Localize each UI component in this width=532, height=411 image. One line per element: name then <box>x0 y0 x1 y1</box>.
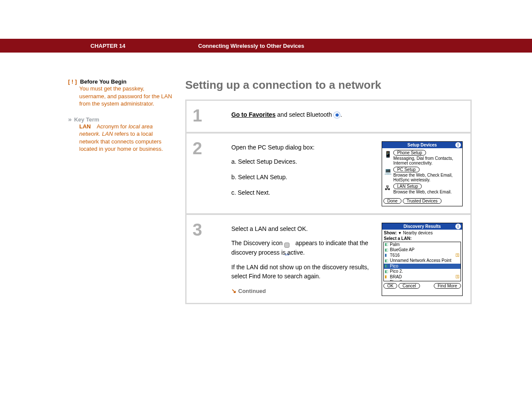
keyterm-title: Key Term <box>74 116 99 123</box>
lan-setup-button[interactable]: LAN Setup <box>393 184 422 189</box>
show-value[interactable]: Nearby devices <box>403 230 432 235</box>
phone-icon: 📱 <box>383 150 392 159</box>
keyterm-marker-icon: » <box>68 115 71 123</box>
main-content: Setting up a connection to a network 1 G… <box>185 78 472 304</box>
cancel-button[interactable]: Cancel <box>398 283 420 289</box>
key-icon: ⚿ <box>456 274 460 279</box>
keyterm-term: LAN <box>79 123 91 130</box>
list-item[interactable]: ◧Pico-3. <box>384 280 460 281</box>
chapter-header: CHAPTER 14 Connecting Wirelessly to Othe… <box>0 39 532 53</box>
trusted-devices-button[interactable]: Trusted Devices <box>403 198 442 204</box>
list-item[interactable]: ▮BRAD⚿ <box>384 274 460 280</box>
step-number: 2 <box>193 140 231 206</box>
screen-title: Discovery Results <box>404 224 441 229</box>
info-icon[interactable]: i <box>455 142 461 148</box>
step-1-period: . <box>340 111 342 118</box>
step-3: 3 Select a LAN and select OK. The Discov… <box>187 215 470 303</box>
screen-titlebar: Discovery Results i <box>382 223 462 230</box>
ok-button[interactable]: OK <box>383 283 397 289</box>
device-icon: ◧ <box>385 264 389 268</box>
lan-desc: Browse the Web, check Email. <box>393 190 451 194</box>
step-3-p2a: The Discovery icon <box>231 240 284 246</box>
step-3-p1: Select a LAN and select OK. <box>231 224 373 234</box>
step-2-text: Open the PC Setup dialog box: a. Select … <box>231 140 373 206</box>
chapter-label: CHAPTER 14 <box>90 43 198 49</box>
go-to-favorites-link[interactable]: Go to Favorites <box>231 111 276 118</box>
continued-arrow-icon: ↘ <box>231 287 236 294</box>
step-1-text: Go to Favorites and select Bluetooth ✱. <box>231 107 463 125</box>
device-icon: ◧ <box>385 242 389 247</box>
device-icon: ▮ <box>385 253 389 258</box>
list-item-selected[interactable]: ◧Pico <box>384 264 460 269</box>
dropdown-arrow-icon[interactable]: ▼ <box>398 231 402 235</box>
phone-setup-button[interactable]: Phone Setup <box>393 150 426 156</box>
info-icon[interactable]: i <box>455 224 461 229</box>
select-lan-label: Select a LAN: <box>384 236 411 241</box>
phone-desc: Messaging, Dial from Contacts, Internet … <box>393 156 461 165</box>
step-number: 3 <box>193 221 231 296</box>
sidebar: [ ! ] Before You Begin You must get the … <box>68 78 185 304</box>
key-icon: ⚿ <box>456 253 460 258</box>
list-item[interactable]: ◧BlueGate AP <box>384 247 460 253</box>
step-number: 1 <box>193 107 231 125</box>
before-title: Before You Begin <box>80 78 127 85</box>
screen-titlebar: Setup Devices i <box>382 142 462 148</box>
device-icon: ◧ <box>385 269 389 274</box>
steps-container: 1 Go to Favorites and select Bluetooth ✱… <box>185 100 472 304</box>
step-1-rest: and select Bluetooth <box>276 111 334 118</box>
keyterm-text: LAN Acronym for local area network. LAN … <box>68 123 172 153</box>
chapter-title: Connecting Wirelessly to Other Devices <box>198 43 304 49</box>
step-2c: c. Select Next. <box>231 188 373 198</box>
show-label: Show: <box>384 230 397 235</box>
step-2-intro: Open the PC Setup dialog box: <box>231 143 373 153</box>
list-item[interactable]: ◧Palm <box>384 242 460 248</box>
step-3-p3: If the LAN did not show up on the discov… <box>231 263 373 281</box>
pc-setup-button[interactable]: PC Setup <box>393 167 420 172</box>
continued-text: Continued <box>238 288 266 294</box>
alert-icon: [ ! ] <box>68 78 77 85</box>
step-2: 2 Open the PC Setup dialog box: a. Selec… <box>187 134 470 215</box>
discovery-icon: ››› <box>284 240 294 247</box>
device-icon: ▮ <box>385 274 389 279</box>
device-icon: ◧ <box>385 280 389 281</box>
keyterm-def-prefix: Acronym for <box>96 123 127 130</box>
find-more-button[interactable]: Find More <box>434 283 461 289</box>
step-2b: b. Select LAN Setup. <box>231 173 373 182</box>
pc-desc: Browse the Web, Check Email, HotSync wir… <box>393 173 461 182</box>
step-2a: a. Select Setup Devices. <box>231 157 373 167</box>
page-title: Setting up a connection to a network <box>185 78 472 92</box>
list-item[interactable]: ▮T616⚿ <box>384 253 460 258</box>
lan-icon: 🖧 <box>383 184 392 192</box>
bluetooth-icon: ✱ <box>333 112 340 118</box>
list-item[interactable]: ◧Unnamed Network Access Point <box>384 258 460 264</box>
before-text: You must get the passkey, username, and … <box>68 85 172 108</box>
device-icon: ◧ <box>385 258 389 263</box>
pc-icon: 💻 <box>383 167 392 175</box>
continued-label: ↘Continued <box>231 286 373 296</box>
screen-title: Setup Devices <box>408 143 437 147</box>
step-3-text: Select a LAN and select OK. The Discover… <box>231 221 373 296</box>
key-term-block: » Key Term LAN Acronym for local area ne… <box>68 115 172 153</box>
before-you-begin-block: [ ! ] Before You Begin You must get the … <box>68 78 172 108</box>
lan-list[interactable]: ◧Palm ◧BlueGate AP ▮T616⚿ ◧Unnamed Netwo… <box>383 242 461 281</box>
device-icon: ◧ <box>385 248 389 252</box>
setup-devices-screenshot: Setup Devices i 📱 Phone Setup Messaging,… <box>382 141 463 206</box>
step-1: 1 Go to Favorites and select Bluetooth ✱… <box>187 101 470 134</box>
discovery-results-screenshot: Discovery Results i Show: ▼ Nearby devic… <box>382 223 463 296</box>
list-item[interactable]: ◧Pico 2. <box>384 269 460 274</box>
done-button[interactable]: Done <box>383 198 401 204</box>
